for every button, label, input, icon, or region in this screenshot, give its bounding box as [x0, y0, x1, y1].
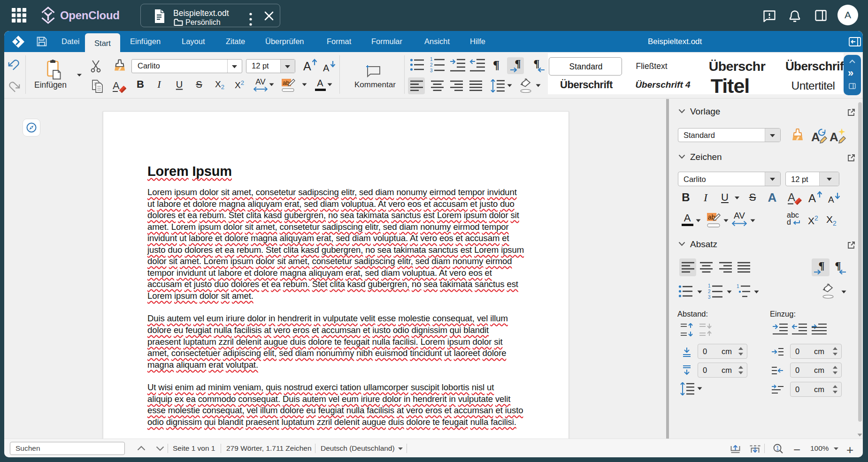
svg-text:1: 1: [708, 284, 711, 288]
svg-text:A: A: [830, 130, 838, 144]
svg-text:2: 2: [708, 289, 711, 294]
svg-text:2: 2: [430, 62, 433, 68]
svg-text:A: A: [788, 191, 795, 204]
svg-text:3: 3: [430, 68, 433, 73]
svg-text:3: 3: [708, 295, 711, 300]
svg-text:A: A: [113, 80, 120, 91]
svg-text:1: 1: [737, 284, 739, 289]
svg-text:1: 1: [776, 445, 779, 452]
svg-text:1: 1: [430, 57, 433, 62]
